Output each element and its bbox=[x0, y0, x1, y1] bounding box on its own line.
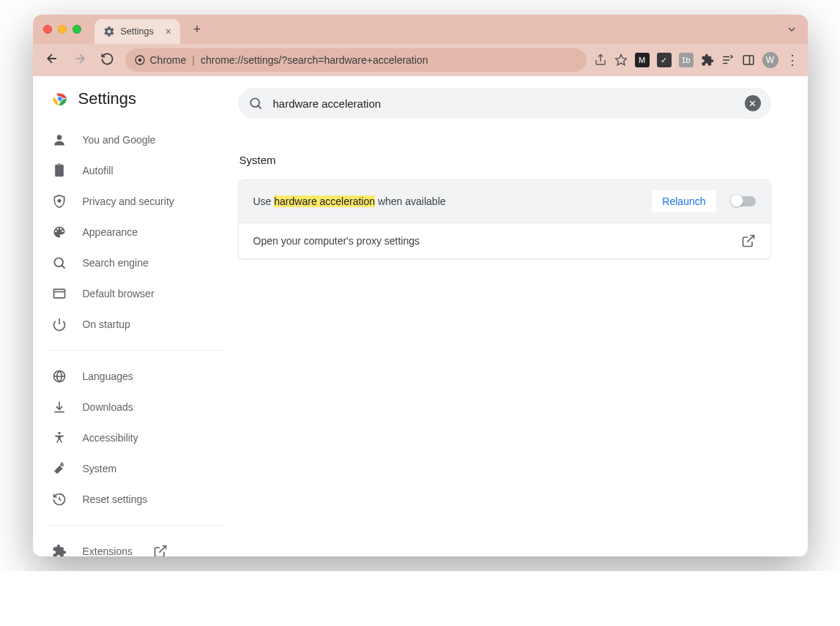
globe-icon bbox=[52, 369, 67, 384]
browser-toolbar: Chrome | chrome://settings/?search=hardw… bbox=[33, 44, 808, 76]
sidebar-item-search-engine[interactable]: Search engine bbox=[49, 247, 238, 278]
url-text: chrome://settings/?search=hardware+accel… bbox=[201, 54, 428, 66]
sidebar-item-label: Extensions bbox=[83, 545, 133, 556]
close-tab-button[interactable]: × bbox=[166, 26, 171, 37]
sidebar-item-privacy[interactable]: Privacy and security bbox=[49, 186, 238, 217]
shield-icon bbox=[52, 194, 67, 209]
forward-button[interactable] bbox=[70, 51, 90, 69]
new-tab-button[interactable]: + bbox=[193, 22, 201, 37]
sidebar-item-label: On startup bbox=[83, 318, 130, 330]
sidebar-item-label: Downloads bbox=[83, 401, 133, 413]
extension-icon-3[interactable]: 1b bbox=[679, 53, 694, 67]
svg-line-35 bbox=[258, 106, 261, 109]
browser-window: Settings × + Chrome | chrome://settings/… bbox=[33, 15, 808, 556]
chevron-down-icon[interactable] bbox=[786, 23, 798, 35]
puzzle-icon bbox=[52, 544, 67, 556]
sidebar-item-autofill[interactable]: Autofill bbox=[49, 155, 238, 186]
svg-line-36 bbox=[747, 236, 754, 242]
settings-brand: Settings bbox=[49, 89, 238, 108]
sidebar-item-label: Autofill bbox=[83, 165, 114, 176]
site-chip-label: Chrome bbox=[150, 54, 187, 66]
hw-accel-row: Use hardware acceleration when available… bbox=[239, 180, 770, 223]
settings-main: ✕ System Use hardware acceleration when … bbox=[238, 76, 808, 556]
svg-line-28 bbox=[159, 546, 166, 553]
browser-tab[interactable]: Settings × bbox=[94, 19, 180, 44]
person-icon bbox=[52, 133, 67, 147]
settings-search-input[interactable] bbox=[273, 97, 735, 110]
svg-point-34 bbox=[250, 98, 259, 107]
extension-icon-2[interactable]: ✓ bbox=[657, 53, 672, 67]
clipboard-icon bbox=[52, 163, 67, 178]
omnibox[interactable]: Chrome | chrome://settings/?search=hardw… bbox=[125, 48, 587, 72]
download-icon bbox=[52, 400, 67, 414]
window-icon bbox=[52, 286, 67, 301]
share-icon[interactable] bbox=[594, 53, 607, 67]
nav-section-c: Extensions About Chrome bbox=[49, 536, 238, 556]
extension-icon-1[interactable]: M bbox=[635, 53, 650, 67]
sidepanel-icon[interactable] bbox=[742, 53, 755, 67]
clear-search-button[interactable]: ✕ bbox=[745, 95, 761, 111]
sidebar-item-you-and-google[interactable]: You and Google bbox=[49, 124, 238, 155]
gear-icon bbox=[103, 26, 115, 37]
hw-accel-toggle[interactable] bbox=[731, 196, 756, 206]
svg-point-16 bbox=[54, 258, 63, 267]
toggle-knob bbox=[730, 194, 743, 207]
reload-button[interactable] bbox=[97, 52, 118, 69]
omnibox-separator: | bbox=[192, 54, 195, 66]
svg-marker-5 bbox=[615, 55, 626, 65]
nav-separator bbox=[49, 525, 225, 526]
sidebar-item-label: Reset settings bbox=[83, 493, 148, 505]
svg-line-17 bbox=[62, 266, 64, 269]
nav-separator bbox=[49, 350, 225, 351]
search-icon bbox=[52, 256, 67, 270]
sidebar-item-label: You and Google bbox=[83, 134, 156, 146]
sidebar-item-default-browser[interactable]: Default browser bbox=[49, 278, 238, 309]
settings-sidebar: Settings You and Google Autofill Privacy… bbox=[33, 76, 238, 556]
sidebar-item-appearance[interactable]: Appearance bbox=[49, 217, 238, 247]
maximize-window-button[interactable] bbox=[73, 25, 81, 34]
site-chip: Chrome bbox=[134, 54, 187, 66]
open-external-icon bbox=[153, 544, 168, 556]
reading-list-icon[interactable] bbox=[721, 53, 735, 67]
extensions-icon[interactable] bbox=[701, 53, 714, 67]
tab-title: Settings bbox=[121, 26, 154, 37]
window-controls bbox=[43, 25, 81, 34]
close-window-button[interactable] bbox=[43, 25, 52, 34]
proxy-settings-label: Open your computer's proxy settings bbox=[253, 235, 420, 247]
star-icon[interactable] bbox=[614, 53, 628, 67]
settings-title: Settings bbox=[78, 89, 137, 108]
minimize-window-button[interactable] bbox=[58, 25, 67, 34]
titlebar: Settings × + bbox=[33, 15, 808, 44]
relaunch-button[interactable]: Relaunch bbox=[652, 190, 716, 212]
hw-accel-label: Use hardware acceleration when available bbox=[253, 195, 446, 207]
system-section-card: Use hardware acceleration when available… bbox=[238, 179, 771, 259]
kebab-menu-button[interactable]: ⋮ bbox=[786, 52, 799, 68]
svg-line-27 bbox=[59, 499, 62, 501]
palette-icon bbox=[52, 225, 67, 239]
chrome-icon bbox=[134, 54, 146, 66]
sidebar-item-reset[interactable]: Reset settings bbox=[49, 484, 238, 515]
sidebar-item-system[interactable]: System bbox=[49, 453, 238, 484]
sidebar-item-downloads[interactable]: Downloads bbox=[49, 392, 238, 422]
profile-avatar[interactable]: W bbox=[762, 52, 778, 68]
chrome-logo-icon bbox=[52, 91, 68, 107]
accessibility-icon bbox=[52, 431, 67, 445]
sidebar-item-accessibility[interactable]: Accessibility bbox=[49, 422, 238, 453]
sidebar-item-label: System bbox=[83, 463, 117, 474]
sidebar-item-label: Default browser bbox=[83, 288, 155, 299]
nav-section-a: You and Google Autofill Privacy and secu… bbox=[49, 124, 238, 340]
proxy-settings-row[interactable]: Open your computer's proxy settings bbox=[239, 223, 770, 258]
sidebar-item-label: Accessibility bbox=[83, 432, 138, 444]
nav-section-b: Languages Downloads Accessibility System… bbox=[49, 361, 238, 515]
back-button[interactable] bbox=[42, 51, 62, 69]
sidebar-item-label: Languages bbox=[83, 370, 133, 382]
sidebar-item-on-startup[interactable]: On startup bbox=[49, 309, 238, 340]
sidebar-item-extensions[interactable]: Extensions bbox=[49, 536, 238, 556]
svg-point-15 bbox=[58, 200, 60, 202]
search-icon bbox=[248, 96, 263, 111]
settings-search[interactable]: ✕ bbox=[238, 88, 771, 119]
wrench-icon bbox=[52, 461, 67, 476]
svg-rect-18 bbox=[53, 289, 64, 298]
section-title: System bbox=[239, 154, 771, 166]
sidebar-item-languages[interactable]: Languages bbox=[49, 361, 238, 392]
